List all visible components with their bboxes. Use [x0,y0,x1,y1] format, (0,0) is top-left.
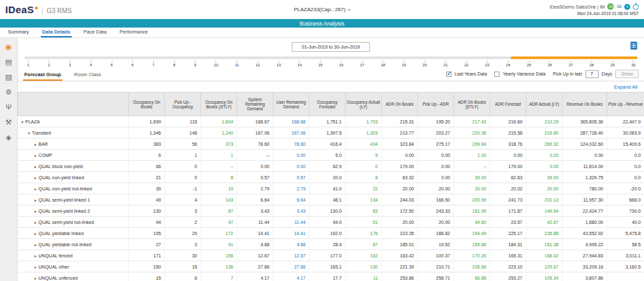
date-range-selector[interactable]: 01-Jun-2019 to 30-Jun-2019 [292,42,369,52]
column-header[interactable]: Revenue On Books [563,93,607,116]
timeline-day[interactable]: 19 [400,60,408,67]
data-cell[interactable]: 0.00 [273,161,310,172]
data-cell[interactable]: 11.44 [273,217,310,228]
timeline-day[interactable]: 9 [191,60,199,67]
timeline-day[interactable]: 7 [150,60,158,67]
timeline-day[interactable]: 8 [170,60,178,67]
mail-icon[interactable]: ✉ [616,4,622,10]
data-cell[interactable]: 168.68 [273,116,310,127]
last-years-checkbox[interactable] [446,72,451,77]
timeline-day[interactable]: 17 [358,60,366,67]
data-cell[interactable]: 78.60 [273,139,310,150]
tab-performance[interactable]: Performance [118,28,149,37]
property-selector[interactable]: PLAZA233(Cap.: 267) ▾ [294,7,350,12]
timeline-day[interactable]: 21 [442,60,449,67]
rates-icon[interactable]: ◈ [6,134,11,141]
notification-badge[interactable]: 14 [607,3,614,10]
timeline-selected-range[interactable] [511,56,637,59]
timeline-day[interactable]: 3 [66,60,74,67]
expand-icon[interactable]: ▸ [35,209,37,213]
timeline-day[interactable]: 23 [484,60,492,67]
data-cell[interactable]: 0.00 [273,150,310,161]
expand-icon[interactable]: ▸ [35,198,37,202]
logout-icon[interactable] [633,4,639,10]
column-header[interactable]: Occupancy Actual (LY) [346,93,382,116]
timeline-day[interactable]: 1 [24,60,32,67]
expand-icon[interactable]: ▸ [35,176,37,180]
data-cell[interactable]: 14.41 [273,228,310,239]
timeline-day[interactable]: 28 [587,60,595,67]
analytics-icon[interactable]: ▨ [5,74,12,81]
data-cell[interactable]: 3.43 [273,205,310,217]
export-icon[interactable] [630,41,637,50]
data-cell[interactable]: 12.67 [273,250,310,261]
column-header[interactable]: ADR Forecast [490,93,526,116]
timeline-day[interactable]: 6 [129,60,137,67]
expand-icon[interactable]: ▸ [35,221,37,225]
collapse-icon[interactable]: ▾ [22,120,24,124]
subtab-room-class[interactable]: Room Class [73,69,103,81]
timeline-day[interactable]: 14 [296,60,304,67]
dashboard-icon[interactable]: ◉ [5,43,12,51]
column-header[interactable]: Occupancy Forecast [310,93,346,116]
timeline-day[interactable]: 26 [546,60,554,67]
timeline-day[interactable]: 27 [567,60,575,67]
column-header[interactable]: ADR On Books (STLY) [454,93,490,116]
data-cell[interactable]: 6.64 [273,194,310,205]
column-header[interactable]: Pick Up - Revenue [607,93,644,116]
data-cell[interactable]: 2.79 [273,183,310,194]
column-header[interactable]: User Remaining Demand [273,93,310,116]
dining-icon[interactable]: Ψ [5,104,11,111]
column-header[interactable]: ADR On Books [382,93,418,116]
data-cell[interactable]: 167.06 [273,127,310,139]
timeline-day[interactable]: 22 [463,60,471,67]
settings-icon[interactable]: ⚙ [5,89,12,96]
column-header[interactable]: ADR Actual (LY) [526,93,563,116]
expand-icon[interactable]: ▸ [35,243,37,247]
timeline-day[interactable]: 20 [421,60,428,67]
expand-icon[interactable]: ▸ [35,265,37,269]
tools-icon[interactable]: ⚒ [5,119,12,126]
timeline-day[interactable]: 30 [630,60,637,67]
timeline-day[interactable]: 10 [212,60,220,67]
subtab-forecast-group[interactable]: Forecast Group [23,69,62,81]
data-cell[interactable]: 4.17 [273,272,310,281]
yearly-variance-checkbox[interactable] [494,72,499,77]
column-header[interactable]: Pick Up - ADR [418,93,454,116]
timeline-day[interactable]: 25 [525,60,533,67]
timeline-day[interactable]: 29 [609,60,616,67]
timeline-day[interactable]: 15 [317,60,325,67]
tab-summary[interactable]: Summary [7,28,30,37]
timeline-day[interactable]: 13 [275,60,283,67]
data-cell[interactable]: 0.57 [273,172,310,183]
info-icon[interactable]: i [624,4,630,10]
reports-icon[interactable]: ▤ [5,58,12,66]
column-header[interactable]: System Remaining Demand [237,93,273,116]
timeline-day[interactable]: 11 [233,60,241,67]
timeline-day[interactable]: 24 [504,60,512,67]
expand-icon[interactable]: ▸ [35,154,37,158]
timeline-day[interactable]: 2 [45,60,53,67]
column-header[interactable]: Occupancy On Books [129,93,165,116]
tab-pace-data[interactable]: Pace Data [82,28,108,37]
column-header[interactable]: Pick Up - Occupancy [165,93,201,116]
expand-icon[interactable]: ▸ [35,165,37,169]
timeline-day[interactable]: 18 [379,60,387,67]
expand-icon[interactable]: ▸ [35,187,37,191]
show-button[interactable]: Show [615,70,639,78]
expand-icon[interactable]: ▸ [35,276,37,280]
timeline-day[interactable]: 5 [108,60,116,67]
expand-icon[interactable]: ▸ [35,232,37,236]
expand-all-link[interactable]: Expand All [614,84,637,90]
timeline-day[interactable]: 12 [254,60,262,67]
column-header[interactable]: Occupancy On Books (STLY) [201,93,237,116]
column-header[interactable] [18,93,129,116]
expand-icon[interactable]: ▸ [35,142,37,146]
timeline-day[interactable]: 16 [337,60,345,67]
timeline-day[interactable]: 4 [87,60,95,67]
collapse-icon[interactable]: ▾ [28,131,30,135]
data-cell[interactable]: 4.68 [273,239,310,250]
pickup-days-input[interactable] [586,70,599,78]
data-cell[interactable]: 27.66 [273,261,310,272]
expand-icon[interactable]: ▸ [35,254,37,258]
